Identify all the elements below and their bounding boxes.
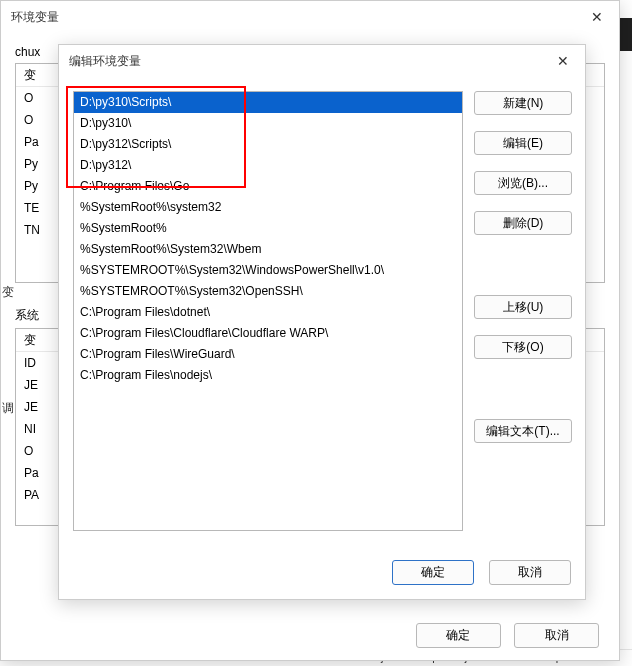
movedown-button[interactable]: 下移(O) — [474, 335, 572, 359]
edit-text-button[interactable]: 编辑文本(T)... — [474, 419, 572, 443]
browse-button[interactable]: 浏览(B)... — [474, 171, 572, 195]
bg-label-b: 调 — [2, 400, 14, 417]
path-row[interactable]: C:\Program Files\WireGuard\ — [74, 344, 462, 365]
ok-button[interactable]: 确定 — [392, 560, 474, 585]
edit-env-dialog: 编辑环境变量 ✕ D:\py310\Scripts\D:\py310\D:\py… — [58, 44, 586, 600]
moveup-button[interactable]: 上移(U) — [474, 295, 572, 319]
env-vars-footer: 确定 取消 — [406, 623, 599, 648]
path-row[interactable]: %SYSTEMROOT%\System32\WindowsPowerShell\… — [74, 260, 462, 281]
path-row[interactable]: D:\py312\Scripts\ — [74, 134, 462, 155]
edit-env-footer: 确定 取消 — [380, 560, 571, 585]
path-row[interactable]: %SYSTEMROOT%\System32\OpenSSH\ — [74, 281, 462, 302]
path-row[interactable]: %SystemRoot% — [74, 218, 462, 239]
path-row[interactable]: C:\Program Files\Cloudflare\Cloudflare W… — [74, 323, 462, 344]
edit-env-titlebar: 编辑环境变量 ✕ — [59, 45, 585, 77]
delete-button[interactable]: 删除(D) — [474, 211, 572, 235]
path-row[interactable]: D:\py310\Scripts\ — [74, 92, 462, 113]
path-row[interactable]: D:\py310\ — [74, 113, 462, 134]
right-dark-strip — [620, 18, 632, 51]
env-ok-button[interactable]: 确定 — [416, 623, 501, 648]
bg-label-a: 变 — [2, 284, 14, 301]
path-row[interactable]: %SystemRoot%\System32\Wbem — [74, 239, 462, 260]
env-cancel-button[interactable]: 取消 — [514, 623, 599, 648]
path-list[interactable]: D:\py310\Scripts\D:\py310\D:\py312\Scrip… — [73, 91, 463, 531]
path-row[interactable]: %SystemRoot%\system32 — [74, 197, 462, 218]
edit-button[interactable]: 编辑(E) — [474, 131, 572, 155]
path-row[interactable]: D:\py312\ — [74, 155, 462, 176]
path-row[interactable]: C:\Program Files\Go — [74, 176, 462, 197]
path-row[interactable]: C:\Program Files\dotnet\ — [74, 302, 462, 323]
cancel-button[interactable]: 取消 — [489, 560, 571, 585]
env-vars-titlebar: 环境变量 ✕ — [1, 1, 619, 33]
new-button[interactable]: 新建(N) — [474, 91, 572, 115]
edit-env-title: 编辑环境变量 — [69, 53, 551, 70]
close-icon[interactable]: ✕ — [585, 5, 609, 29]
close-icon[interactable]: ✕ — [551, 49, 575, 73]
env-vars-title: 环境变量 — [11, 9, 585, 26]
side-button-column: 新建(N) 编辑(E) 浏览(B)... 删除(D) 上移(U) 下移(O) 编… — [474, 91, 572, 451]
path-row[interactable]: C:\Program Files\nodejs\ — [74, 365, 462, 386]
